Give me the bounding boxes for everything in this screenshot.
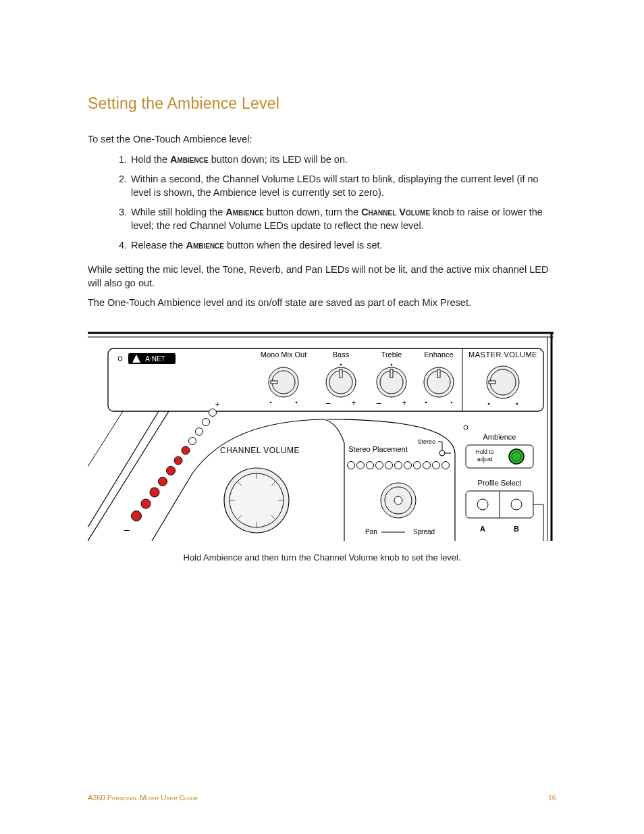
svg-point-54: [141, 499, 151, 509]
svg-text:–: –: [326, 398, 331, 408]
svg-point-80: [395, 461, 402, 469]
svg-point-81: [404, 461, 412, 469]
svg-point-33: [425, 401, 427, 403]
svg-text:Profile Select: Profile Select: [478, 479, 522, 487]
channel-volume-leds: + –: [124, 400, 219, 535]
stereo-placement-section: Stereo Placement Stereo: [324, 419, 455, 541]
svg-point-49: [182, 446, 190, 454]
svg-text:–: –: [377, 398, 381, 408]
svg-text:Ambience: Ambience: [483, 433, 516, 441]
svg-point-92: [464, 425, 468, 429]
svg-point-76: [357, 461, 365, 469]
figure-caption: Hold Ambience and then turn the Channel …: [88, 552, 556, 564]
step3-chvol: Channel Volume: [361, 207, 430, 217]
svg-point-39: [488, 402, 490, 405]
svg-rect-38: [489, 381, 495, 384]
svg-point-47: [196, 427, 203, 435]
svg-point-14: [296, 401, 298, 403]
svg-point-26: [391, 363, 393, 365]
steps-list: Hold the Ambience button down; its LED w…: [88, 153, 556, 253]
svg-text:Spread: Spread: [413, 528, 435, 536]
paragraph-3: The One-Touch Ambience level and its on/…: [88, 296, 556, 310]
mixer-diagram: A·NET Mono Mix Out Bass – + Treble: [88, 332, 556, 544]
svg-point-53: [150, 488, 159, 497]
footer-title: A360 Personal Mixer User Guide: [88, 793, 198, 802]
svg-point-55: [132, 511, 142, 521]
svg-text:Pan: Pan: [365, 528, 377, 536]
svg-line-41: [88, 411, 169, 541]
svg-text:Hold to: Hold to: [476, 448, 494, 455]
svg-point-19: [340, 363, 342, 365]
step-3: While still holding the Ambience button …: [130, 206, 556, 232]
svg-text:MASTER VOLUME: MASTER VOLUME: [468, 350, 537, 359]
step3-b: button down, turn the: [264, 207, 361, 217]
svg-text:Stereo Placement: Stereo Placement: [348, 445, 407, 453]
svg-point-103: [511, 499, 522, 510]
svg-point-13: [270, 401, 272, 403]
svg-text:CHANNEL VOLUME: CHANNEL VOLUME: [220, 446, 300, 455]
channel-volume-section: CHANNEL VOLUME: [152, 419, 324, 541]
svg-text:Treble: Treble: [381, 350, 402, 359]
step3-ambience: Ambience: [225, 207, 264, 217]
page-number: 16: [548, 793, 556, 802]
svg-text:–: –: [124, 524, 130, 535]
svg-rect-25: [390, 369, 393, 377]
svg-point-34: [451, 401, 453, 403]
svg-point-46: [203, 418, 210, 425]
step-1: Hold the Ambience button down; its LED w…: [130, 153, 556, 167]
svg-rect-12: [271, 381, 277, 384]
svg-text:+: +: [215, 400, 219, 409]
svg-point-88: [394, 496, 402, 504]
svg-text:Mono Mix Out: Mono Mix Out: [261, 350, 306, 359]
svg-point-50: [174, 457, 182, 465]
svg-rect-32: [437, 369, 440, 377]
svg-point-84: [433, 461, 440, 469]
svg-point-52: [159, 477, 167, 486]
step1-b: button down; its LED will be on.: [209, 154, 348, 165]
svg-point-75: [348, 461, 355, 469]
svg-line-43: [88, 411, 123, 467]
svg-text:B: B: [514, 525, 519, 533]
svg-point-78: [376, 461, 383, 469]
svg-text:A: A: [480, 525, 485, 533]
step-4: Release the Ambience button when the des…: [130, 239, 556, 253]
svg-text:+: +: [402, 398, 406, 408]
step3-a: While still holding the: [131, 207, 225, 217]
step4-a: Release the: [131, 240, 186, 251]
step4-ambience: Ambience: [186, 240, 224, 251]
svg-text:adjust: adjust: [477, 456, 493, 463]
svg-point-83: [423, 461, 431, 469]
svg-point-85: [442, 461, 450, 469]
svg-point-82: [414, 461, 421, 469]
ambience-section: Ambience Hold to adjust Profile Select A…: [464, 425, 543, 541]
step1-ambience: Ambience: [170, 154, 209, 165]
svg-point-77: [367, 461, 374, 469]
svg-text:Stereo: Stereo: [417, 438, 435, 445]
svg-point-102: [477, 499, 488, 510]
page-heading: Setting the Ambience Level: [88, 95, 556, 113]
svg-text:Enhance: Enhance: [424, 350, 453, 359]
svg-text:Bass: Bass: [333, 350, 350, 359]
svg-point-45: [209, 409, 217, 416]
anet-label: A·NET: [145, 355, 165, 363]
svg-point-97: [509, 449, 524, 464]
step1-a: Hold the: [131, 154, 170, 165]
svg-point-48: [189, 437, 196, 444]
svg-point-40: [516, 402, 518, 405]
svg-text:+: +: [351, 398, 356, 408]
svg-point-51: [167, 466, 176, 475]
paragraph-2: While setting the mic level, the Tone, R…: [88, 263, 556, 290]
svg-rect-18: [340, 369, 342, 377]
step-2: Within a second, the Channel Volume LEDs…: [130, 173, 556, 199]
step4-b: button when the desired level is set.: [224, 240, 383, 251]
svg-point-79: [385, 461, 393, 469]
svg-point-71: [439, 450, 445, 456]
intro-text: To set the One-Touch Ambience level:: [88, 133, 556, 147]
stereo-led-row: [348, 461, 450, 469]
svg-line-42: [88, 411, 159, 527]
